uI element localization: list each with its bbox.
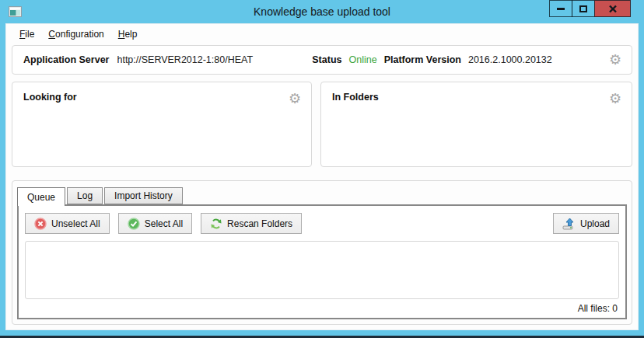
tab-log-label: Log: [77, 190, 93, 201]
menu-item-configuration[interactable]: Configuration: [41, 26, 110, 43]
status-value: Online: [348, 54, 376, 65]
queue-tab-content: Unselect All Select All: [17, 204, 627, 319]
select-all-label: Select All: [145, 218, 183, 229]
app-icon: [9, 6, 22, 17]
unselect-all-label: Unselect All: [51, 218, 100, 229]
client-area: File Configuration Help Application Serv…: [5, 23, 639, 330]
rescan-folders-button[interactable]: Rescan Folders: [201, 213, 302, 234]
tab-log[interactable]: Log: [67, 187, 103, 204]
looking-for-panel: Looking for: [12, 82, 312, 167]
server-info-panel: Application Server http://SERVER2012-1:8…: [12, 45, 632, 75]
in-folders-settings-gear-icon[interactable]: [607, 92, 624, 106]
queue-toolbar: Unselect All Select All: [25, 213, 619, 234]
green-circle-check-icon: [128, 218, 140, 230]
application-server-value: http://SERVER2012-1:80/HEAT: [117, 54, 253, 65]
maximize-box-icon: [579, 5, 587, 12]
menu-item-file[interactable]: File: [12, 26, 41, 43]
in-folders-title: In Folders: [332, 92, 607, 103]
status-label: Status: [312, 54, 341, 65]
minimize-button[interactable]: [549, 0, 572, 17]
tab-import-history-label: Import History: [114, 190, 173, 201]
server-settings-gear-icon[interactable]: [607, 53, 624, 67]
titlebar: Knowledge base upload tool: [5, 0, 639, 23]
status-group: Status Online Platform Version 2016.2.10…: [312, 54, 607, 65]
select-all-button[interactable]: Select All: [118, 213, 192, 234]
tabstrip: Queue Log Import History: [17, 186, 627, 204]
queue-footer: All files: 0: [25, 299, 619, 316]
rescan-folders-label: Rescan Folders: [227, 218, 292, 229]
close-x-icon: [608, 5, 618, 13]
in-folders-panel: In Folders: [320, 82, 632, 167]
platform-version-label: Platform Version: [384, 54, 461, 65]
green-sync-arrows-icon: [210, 218, 222, 230]
queue-tab-group: Queue Log Import History: [12, 180, 632, 325]
all-files-counter: All files: 0: [578, 303, 618, 314]
menubar: File Configuration Help: [6, 24, 638, 44]
menu-item-help[interactable]: Help: [111, 26, 145, 43]
looking-for-settings-gear-icon[interactable]: [286, 92, 303, 106]
queue-file-list[interactable]: [25, 241, 619, 299]
window-controls: [550, 0, 631, 17]
app-window: Knowledge base upload tool File Configur…: [0, 0, 644, 338]
tab-queue[interactable]: Queue: [17, 187, 65, 206]
blue-upload-arrow-icon: [562, 218, 576, 230]
window-title: Knowledge base upload tool: [5, 5, 639, 18]
application-server-label: Application Server: [23, 54, 109, 65]
application-server-group: Application Server http://SERVER2012-1:8…: [23, 54, 312, 65]
red-circle-x-icon: [34, 218, 47, 230]
unselect-all-button[interactable]: Unselect All: [25, 213, 110, 234]
minimize-dash-icon: [557, 8, 565, 10]
filter-panels-row: Looking for In Folders: [12, 82, 632, 167]
tab-queue-label: Queue: [27, 192, 55, 203]
tab-import-history[interactable]: Import History: [104, 187, 183, 204]
upload-button[interactable]: Upload: [553, 213, 619, 234]
looking-for-title: Looking for: [23, 92, 286, 103]
close-button[interactable]: [594, 0, 631, 17]
platform-version-value: 2016.2.1000.20132: [468, 54, 552, 65]
upload-label: Upload: [580, 218, 610, 229]
maximize-button[interactable]: [572, 0, 595, 17]
